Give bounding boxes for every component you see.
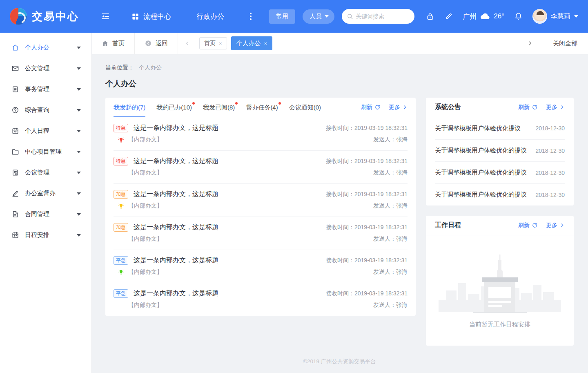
people-dropdown-label: 人员 (310, 13, 322, 20)
search-input[interactable] (356, 13, 410, 20)
back-button[interactable]: 返回 (135, 33, 178, 54)
announcement-title: 关于调整模板用户体验优化提议 (435, 125, 521, 132)
tab-my-initiated[interactable]: 我发起的(7) (114, 98, 145, 117)
tab-meeting-notices[interactable]: 会议通知(0) (289, 98, 321, 117)
close-icon[interactable]: × (264, 40, 267, 47)
sidebar-item-personal-office[interactable]: 个人办公 (0, 37, 91, 58)
announcement-date: 2018-12-30 (531, 147, 565, 154)
tab-label: 首页 (204, 40, 216, 47)
more-vertical-icon[interactable] (247, 12, 254, 21)
people-dropdown[interactable]: 人员 (303, 9, 334, 24)
priority-badge: 加急 (114, 190, 128, 199)
item-title: 这是一条内部办文，这是标题 (134, 190, 218, 199)
page-title: 个人办公 (105, 78, 574, 89)
close-icon[interactable]: × (219, 40, 222, 47)
refresh-icon (532, 222, 538, 228)
home-button[interactable]: 首页 (92, 33, 135, 54)
tab-personal-office[interactable]: 个人办公 × (231, 36, 273, 50)
keyword-search[interactable] (342, 9, 414, 24)
item-title: 这是一条内部办文，这是标题 (134, 289, 218, 298)
refresh-button[interactable]: 刷新 (361, 104, 381, 111)
sidebar-item-document-mgmt[interactable]: 公文管理 (0, 58, 91, 79)
file-icon (11, 210, 19, 218)
chevron-left-icon[interactable] (178, 40, 197, 46)
sidebar-item-label: 个人办公 (25, 44, 49, 51)
list-item[interactable]: 特急 这是一条内部办文，这是标题 接收时间：2019-03-19 18:32:3… (105, 117, 416, 150)
list-item[interactable]: 特急 这是一条内部办文，这是标题 接收时间：2019-03-19 18:32:3… (105, 150, 416, 183)
nav-process-center[interactable]: 流程中心 (131, 12, 171, 21)
refresh-icon (374, 104, 381, 110)
chevron-down-icon (77, 109, 81, 112)
item-category: 【内部办文】 (128, 136, 163, 143)
chevron-down-icon (77, 192, 81, 195)
user-menu[interactable]: 李慧莉 (532, 9, 578, 24)
refresh-button[interactable]: 刷新 (518, 104, 538, 111)
sidebar-item-personal-schedule[interactable]: 个人日程 (0, 121, 91, 141)
priority-badge: 特急 (114, 124, 128, 132)
item-title: 这是一条内部办文，这是标题 (134, 256, 218, 265)
sidebar-item-contract-mgmt[interactable]: 合同管理 (0, 204, 91, 225)
refresh-label: 刷新 (361, 104, 372, 111)
sidebar-item-comprehensive-query[interactable]: 综合查询 (0, 100, 91, 121)
chevron-right-icon[interactable] (518, 33, 542, 54)
calendar-icon (11, 231, 19, 239)
refresh-label: 刷新 (518, 222, 530, 229)
list-item[interactable]: 平急 这是一条内部办文，这是标题 接收时间：2019-03-19 18:32:3… (105, 283, 416, 316)
item-category: 【内部办文】 (128, 302, 163, 309)
calendar-check-icon (11, 127, 19, 135)
tab-supervision-tasks[interactable]: 督办任务(4) (246, 98, 278, 117)
close-all-button[interactable]: 关闭全部 (542, 40, 588, 47)
item-category: 【内部办文】 (128, 169, 163, 176)
back-circle-icon (145, 40, 152, 47)
breadcrumb: 当前位置： 个人办公 (105, 64, 574, 71)
priority-badge: 平急 (114, 256, 128, 265)
more-button[interactable]: 更多 (546, 222, 565, 229)
item-time: 接收时间：2019-03-19 18:32:31 (326, 125, 408, 132)
sidebar-item-office-supervision[interactable]: 办公室督办 (0, 183, 91, 204)
card-title: 系统公告 (435, 103, 461, 112)
grid-icon (131, 13, 139, 20)
more-label: 更多 (389, 104, 400, 111)
sidebar-item-schedule-arrangement[interactable]: 日程安排 (0, 225, 91, 246)
chevron-down-icon (77, 67, 81, 70)
announcement-row[interactable]: 关于调整模板用户体验优化的提议 2018-12-30 (435, 139, 565, 161)
bell-icon[interactable] (514, 12, 523, 21)
nav-admin-office[interactable]: 行政办公 (196, 12, 224, 21)
document-person-icon (11, 169, 19, 176)
chevron-right-icon (559, 223, 565, 228)
refresh-button[interactable]: 刷新 (518, 222, 538, 229)
item-time: 接收时间：2019-03-19 18:32:31 (326, 257, 408, 264)
empty-schedule-illustration (439, 253, 561, 318)
common-button[interactable]: 常用 (269, 9, 295, 24)
announcement-title: 关于调整模板用户体验优化的提议 (435, 169, 527, 176)
sidebar: 个人办公 公文管理 事务管理 综合查询 (0, 33, 92, 373)
pen-icon[interactable] (444, 12, 453, 21)
priority-badge: 平急 (114, 289, 128, 298)
item-category: 【内部办文】 (128, 202, 163, 210)
more-button[interactable]: 更多 (546, 104, 565, 111)
announcement-row[interactable]: 关于调整模板用户体验优化的提议 2018-12-30 (435, 183, 565, 205)
sidebar-item-affairs-mgmt[interactable]: 事务管理 (0, 79, 91, 100)
nav-label: 行政办公 (196, 12, 224, 21)
tab-my-done[interactable]: 我的已办(10) (156, 98, 192, 117)
lock-icon[interactable] (426, 12, 434, 21)
main-content: 当前位置： 个人办公 个人办公 我发起的(7) 我的已办(10) 我发已阅(8)… (92, 54, 588, 373)
sidebar-item-meeting-mgmt[interactable]: 会议管理 (0, 162, 91, 183)
sidebar-item-center-project-mgmt[interactable]: 中心项目管理 (0, 141, 91, 162)
list-item[interactable]: 加急 这是一条内部办文，这是标题 接收时间：2019-03-19 18:32:3… (105, 217, 416, 250)
more-label: 更多 (546, 104, 557, 111)
list-item[interactable]: 平急 这是一条内部办文，这是标题 接收时间：2019-03-19 18:32:3… (105, 250, 416, 283)
announcement-row[interactable]: 关于调整模板用户体验优化的提议 2018-12-30 (435, 161, 565, 183)
bulb-icon (118, 136, 125, 143)
clipboard-icon (11, 85, 19, 93)
breadcrumb-value: 个人办公 (139, 64, 162, 71)
more-button[interactable]: 更多 (389, 104, 408, 111)
tab-home[interactable]: 首页 × (199, 37, 227, 49)
tab-my-read[interactable]: 我发已阅(8) (203, 98, 235, 117)
nav-label: 流程中心 (143, 12, 171, 21)
priority-badge: 加急 (114, 223, 128, 232)
announcement-row[interactable]: 关于调整模板用户体验优化提议 2018-12-30 (435, 117, 565, 139)
sidebar-item-label: 办公室督办 (25, 190, 56, 197)
menu-collapse-icon[interactable] (100, 11, 110, 21)
list-item[interactable]: 加急 这是一条内部办文，这是标题 接收时间：2019-03-19 18:32:3… (105, 183, 416, 217)
